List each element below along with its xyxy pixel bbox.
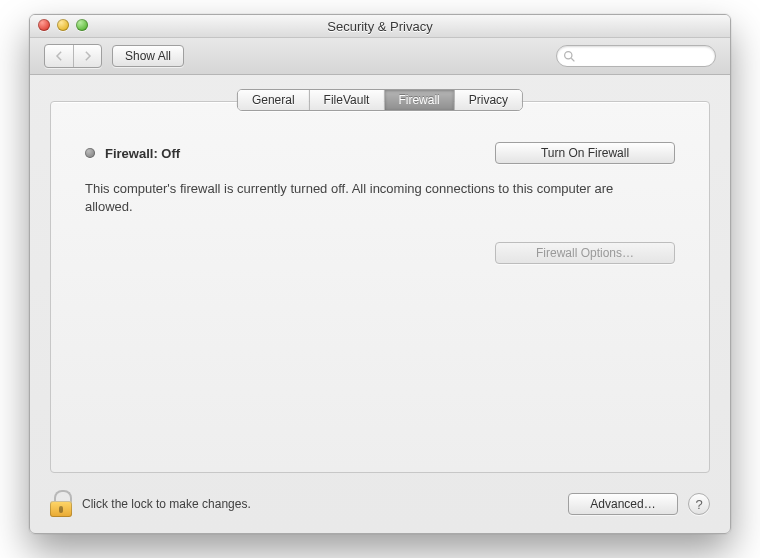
tab-bar: General FileVault Firewall Privacy — [237, 89, 523, 111]
chevron-right-icon — [83, 49, 92, 64]
lock-hint-label: Click the lock to make changes. — [82, 497, 558, 511]
status-indicator-icon — [85, 148, 95, 158]
search-input[interactable] — [581, 48, 707, 64]
tab-privacy[interactable]: Privacy — [454, 90, 522, 110]
firewall-pane: Firewall: Off Turn On Firewall This comp… — [51, 102, 709, 284]
advanced-button[interactable]: Advanced… — [568, 493, 678, 515]
firewall-description: This computer's firewall is currently tu… — [85, 180, 645, 216]
nav-segmented-control — [44, 44, 102, 68]
turn-on-firewall-button[interactable]: Turn On Firewall — [495, 142, 675, 164]
firewall-status-label: Firewall: Off — [105, 146, 180, 161]
chevron-left-icon — [55, 49, 64, 64]
lock-icon[interactable] — [50, 491, 72, 517]
forward-button[interactable] — [73, 45, 101, 67]
preferences-window: Security & Privacy Show All — [29, 14, 731, 534]
close-window-button[interactable] — [38, 19, 50, 31]
svg-point-0 — [565, 52, 572, 59]
tab-firewall[interactable]: Firewall — [383, 90, 453, 110]
content-panel: General FileVault Firewall Privacy Firew… — [50, 101, 710, 473]
window-title: Security & Privacy — [327, 19, 432, 34]
window-controls — [38, 19, 88, 31]
minimize-window-button[interactable] — [57, 19, 69, 31]
back-button[interactable] — [45, 45, 73, 67]
svg-line-1 — [571, 58, 574, 61]
zoom-window-button[interactable] — [76, 19, 88, 31]
toolbar: Show All — [30, 38, 730, 75]
footer: Click the lock to make changes. Advanced… — [30, 487, 730, 533]
show-all-button[interactable]: Show All — [112, 45, 184, 67]
titlebar: Security & Privacy — [30, 15, 730, 38]
tab-general[interactable]: General — [238, 90, 309, 110]
help-button[interactable]: ? — [688, 493, 710, 515]
search-field[interactable] — [556, 45, 716, 67]
firewall-options-button[interactable]: Firewall Options… — [495, 242, 675, 264]
tab-filevault[interactable]: FileVault — [309, 90, 384, 110]
help-icon: ? — [695, 497, 702, 512]
